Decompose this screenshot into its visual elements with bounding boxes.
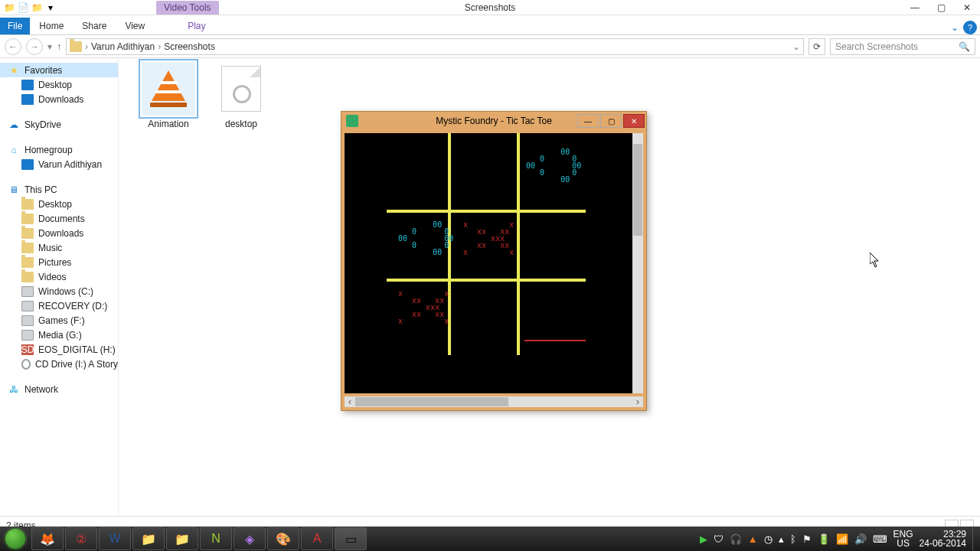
tray-keyboard-icon[interactable]: ⌨ bbox=[873, 533, 887, 545]
game-window[interactable]: Mystic Foundry - Tic Tac Toe — ▢ ✕ 00 0 … bbox=[341, 111, 647, 411]
file-item-animation[interactable]: Animation bbox=[134, 62, 203, 129]
scrollbar-thumb[interactable] bbox=[633, 144, 642, 236]
help-icon[interactable]: ? bbox=[963, 21, 977, 34]
tray-volume-icon[interactable]: 🔊 bbox=[854, 533, 867, 545]
taskbar-firefox[interactable]: 🦊 bbox=[31, 527, 64, 550]
ribbon-collapse-icon[interactable]: ⌄ bbox=[948, 21, 962, 34]
folder-icon: 📁 bbox=[3, 2, 15, 14]
drive-icon bbox=[21, 315, 34, 326]
tree-drive-i[interactable]: CD Drive (I:) A Story bbox=[0, 357, 118, 371]
vertical-scrollbar[interactable] bbox=[632, 133, 643, 393]
breadcrumb[interactable]: › Varun Adithiyan › Screenshots ⌄ bbox=[66, 38, 804, 55]
taskbar-notepadpp[interactable]: N bbox=[200, 527, 232, 550]
tab-share[interactable]: Share bbox=[73, 18, 116, 34]
system-tray[interactable]: ▶ 🛡 🎧 ▲ ◷ ▴ ᛒ ⚑ 🔋 📶 🔊 ⌨ ENGUS 23:2924-06… bbox=[700, 527, 980, 551]
tree-drive-h[interactable]: SDEOS_DIGITAL (H:) bbox=[0, 342, 118, 357]
tray-network-icon[interactable]: 📶 bbox=[836, 533, 848, 545]
tree-pc-pictures[interactable]: Pictures bbox=[0, 255, 118, 269]
tray-headphones-icon[interactable]: 🎧 bbox=[730, 533, 742, 545]
new-doc-icon[interactable]: 📄 bbox=[17, 2, 29, 14]
tray-language[interactable]: ENGUS bbox=[893, 530, 913, 548]
breadcrumb-part[interactable]: Screenshots bbox=[164, 41, 215, 52]
taskbar-app-2[interactable]: ② bbox=[65, 527, 97, 550]
scroll-right-icon[interactable]: › bbox=[632, 396, 643, 407]
tray-antivirus-icon[interactable]: 🛡 bbox=[714, 533, 724, 545]
tab-view[interactable]: View bbox=[116, 18, 154, 34]
taskbar[interactable]: 🦊 ② W 📁 📁 N ◈ 🎨 A ▭ ▶ 🛡 🎧 ▲ ◷ ▴ ᛒ ⚑ 🔋 📶 … bbox=[0, 527, 980, 551]
tray-flag-icon[interactable]: ⚑ bbox=[802, 533, 812, 545]
star-icon: ★ bbox=[8, 65, 20, 76]
window-titlebar: 📁 📄 📁 ▾ Video Tools Screenshots — ▢ ✕ bbox=[0, 0, 980, 15]
tree-drive-d[interactable]: RECOVERY (D:) bbox=[0, 298, 118, 313]
tray-bluetooth-icon[interactable]: ᛒ bbox=[790, 533, 796, 545]
close-button[interactable]: ✕ bbox=[954, 0, 980, 15]
tree-pc-downloads[interactable]: Downloads bbox=[0, 226, 118, 240]
drive-icon bbox=[21, 286, 34, 297]
tree-desktop[interactable]: Desktop bbox=[0, 77, 118, 92]
tray-clock[interactable]: 23:2924-06-2014 bbox=[920, 530, 966, 548]
back-button[interactable]: ← bbox=[5, 38, 21, 55]
desktop-icon bbox=[21, 80, 34, 90]
horizontal-scrollbar[interactable]: ‹ › bbox=[345, 396, 643, 407]
tree-drive-c[interactable]: Windows (C:) bbox=[0, 284, 118, 298]
taskbar-paint[interactable]: 🎨 bbox=[267, 527, 299, 550]
tree-pc-videos[interactable]: Videos bbox=[0, 269, 118, 284]
tray-app-icon[interactable]: ◷ bbox=[764, 533, 773, 545]
tray-play-icon[interactable]: ▶ bbox=[700, 533, 707, 545]
qat-dropdown-icon[interactable]: ▾ bbox=[44, 2, 57, 14]
tree-pc-music[interactable]: Music bbox=[0, 240, 118, 255]
breadcrumb-part[interactable]: Varun Adithiyan bbox=[91, 41, 155, 52]
recent-locations-icon[interactable]: ▾ bbox=[47, 41, 52, 52]
taskbar-explorer[interactable]: 📁 bbox=[132, 527, 165, 550]
tab-play[interactable]: Play bbox=[178, 18, 214, 34]
minimize-button[interactable]: — bbox=[902, 0, 928, 15]
tree-pc-desktop[interactable]: Desktop bbox=[0, 197, 118, 211]
tree-network[interactable]: 🖧Network bbox=[0, 382, 118, 396]
tray-chevron-up-icon[interactable]: ▴ bbox=[779, 533, 784, 545]
tree-user[interactable]: Varun Adithiyan bbox=[0, 157, 118, 171]
game-maximize-button[interactable]: ▢ bbox=[600, 114, 622, 128]
taskbar-visualstudio[interactable]: ◈ bbox=[234, 527, 266, 550]
taskbar-reader[interactable]: A bbox=[301, 527, 333, 550]
maximize-button[interactable]: ▢ bbox=[928, 0, 954, 15]
chevron-right-icon[interactable]: › bbox=[158, 41, 161, 52]
tree-drive-f[interactable]: Games (F:) bbox=[0, 313, 118, 328]
game-canvas[interactable]: 00 0 0 00 00 0 0 00 00 0 0 00 00 0 0 00 … bbox=[345, 133, 643, 393]
taskbar-word[interactable]: W bbox=[99, 527, 131, 550]
refresh-button[interactable]: ⟳ bbox=[808, 38, 825, 55]
vlc-icon bbox=[142, 62, 195, 116]
chevron-right-icon[interactable]: › bbox=[85, 41, 88, 52]
forward-button[interactable]: → bbox=[26, 38, 43, 55]
show-desktop-button[interactable] bbox=[972, 527, 977, 551]
scrollbar-thumb[interactable] bbox=[355, 397, 508, 406]
taskbar-running-app[interactable]: ▭ bbox=[335, 527, 367, 550]
tree-drive-g[interactable]: Media (G:) bbox=[0, 328, 118, 342]
game-close-button[interactable]: ✕ bbox=[623, 114, 645, 128]
tree-skydrive[interactable]: ☁SkyDrive bbox=[0, 117, 118, 132]
start-button[interactable] bbox=[0, 527, 31, 551]
scroll-left-icon[interactable]: ‹ bbox=[345, 396, 355, 407]
folder-icon bbox=[21, 257, 34, 268]
tree-pc-documents[interactable]: Documents bbox=[0, 211, 118, 226]
up-button[interactable]: ↑ bbox=[57, 41, 61, 52]
grid-line bbox=[387, 279, 586, 282]
tab-home[interactable]: Home bbox=[30, 18, 73, 34]
tree-thispc[interactable]: 🖥This PC bbox=[0, 182, 118, 197]
tree-homegroup[interactable]: ⌂Homegroup bbox=[0, 142, 118, 157]
contextual-tab-group: Video Tools bbox=[156, 1, 219, 15]
game-minimize-button[interactable]: — bbox=[577, 114, 599, 128]
game-titlebar[interactable]: Mystic Foundry - Tic Tac Toe — ▢ ✕ bbox=[341, 112, 646, 130]
navigation-tree[interactable]: ★Favorites Desktop Downloads ☁SkyDrive ⌂… bbox=[0, 58, 119, 516]
taskbar-explorer-2[interactable]: 📁 bbox=[166, 527, 198, 550]
tree-downloads[interactable]: Downloads bbox=[0, 92, 118, 106]
tray-battery-icon[interactable]: 🔋 bbox=[818, 533, 830, 545]
tray-vlc-icon[interactable]: ▲ bbox=[748, 533, 758, 545]
breadcrumb-dropdown-icon[interactable]: ⌄ bbox=[792, 41, 800, 52]
tree-favorites[interactable]: ★Favorites bbox=[0, 63, 118, 77]
search-input[interactable]: Search Screenshots 🔍 bbox=[830, 38, 975, 55]
file-tab[interactable]: File bbox=[0, 18, 30, 34]
qat-folder-icon[interactable]: 📁 bbox=[31, 2, 43, 14]
ini-file-icon bbox=[214, 62, 268, 116]
file-item-desktop[interactable]: desktop bbox=[207, 62, 276, 129]
mark-x: x x xx xx xxx xx xx x x bbox=[398, 290, 449, 324]
